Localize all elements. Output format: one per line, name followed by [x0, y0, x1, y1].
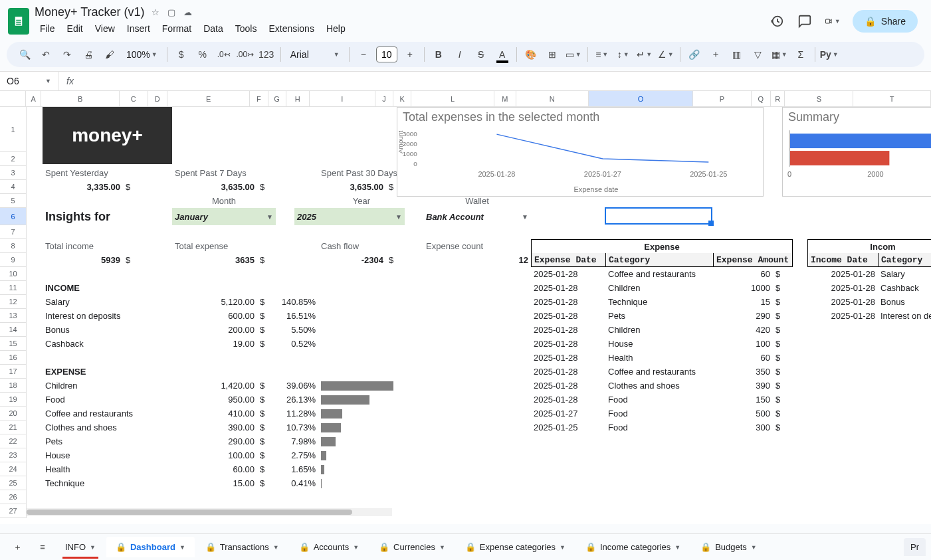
exp-amt[interactable]: 500 [713, 407, 773, 420]
expense-name[interactable]: Food [43, 393, 172, 407]
col-header-H[interactable]: H [286, 91, 310, 106]
exp-amt[interactable]: 420 [713, 323, 773, 337]
income-name[interactable]: Salary [43, 295, 172, 309]
select-all-corner[interactable] [0, 91, 26, 106]
expense-name[interactable]: Clothes and shoes [43, 420, 172, 434]
exp-cat[interactable]: Coffee and restaurants [605, 365, 713, 379]
cur[interactable]: $ [773, 351, 793, 365]
col-header-P[interactable]: P [693, 91, 752, 106]
col-header-D[interactable]: D [148, 91, 167, 106]
inc-date[interactable]: 2025-01-28 [807, 281, 878, 295]
exp-cat[interactable]: Health [605, 351, 713, 365]
percent-format-button[interactable]: % [193, 45, 213, 64]
exp-amt[interactable]: 60 [713, 267, 773, 281]
cur[interactable]: $ [773, 365, 793, 379]
income-amount[interactable]: 19.00 [172, 337, 257, 351]
cell[interactable]: $ [257, 295, 276, 309]
menu-tools[interactable]: Tools [230, 21, 262, 37]
exp-date[interactable]: 2025-01-28 [531, 351, 605, 365]
col-header-N[interactable]: N [516, 91, 589, 106]
inc-date[interactable]: 2025-01-28 [807, 309, 878, 323]
expense-amount[interactable]: 1,420.00 [172, 379, 257, 393]
exp-date[interactable]: 2025-01-28 [531, 379, 605, 393]
expenses-chart[interactable]: Total expenses in the selected month 300… [397, 107, 764, 197]
exp-date[interactable]: 2025-01-28 [531, 281, 605, 295]
exp-amt[interactable]: 1000 [713, 281, 773, 295]
increase-fontsize-button[interactable]: + [400, 45, 420, 64]
exp-date[interactable]: 2025-01-25 [531, 420, 605, 434]
exp-cat[interactable]: Children [605, 323, 713, 337]
expense-amount[interactable]: 100.00 [172, 448, 257, 462]
expense-amount[interactable]: 290.00 [172, 434, 257, 448]
comment-icon[interactable] [797, 13, 813, 29]
row-header-12[interactable]: 12 [0, 295, 27, 309]
row-header-2[interactable]: 2 [0, 152, 27, 166]
col-header-R[interactable]: R [771, 91, 785, 106]
row-header-8[interactable]: 8 [0, 239, 27, 253]
exp-amt[interactable]: 350 [713, 365, 773, 379]
col-header-G[interactable]: G [268, 91, 286, 106]
merge-button[interactable]: ▭▼ [564, 45, 583, 64]
exp-date[interactable]: 2025-01-28 [531, 323, 605, 337]
functions-button[interactable]: Σ [791, 45, 811, 64]
wrap-button[interactable]: ↵▼ [635, 45, 655, 64]
expense-name[interactable]: House [43, 448, 172, 462]
star-icon[interactable]: ☆ [152, 7, 159, 17]
col-header-S[interactable]: S [785, 91, 853, 106]
rotate-button[interactable]: ∠▼ [656, 45, 676, 64]
font-select[interactable]: Arial▼ [285, 49, 345, 60]
cell[interactable]: $ [257, 462, 276, 476]
decrease-fontsize-button[interactable]: − [354, 45, 373, 64]
menu-data[interactable]: Data [198, 21, 229, 37]
row-header-16[interactable]: 16 [0, 351, 27, 365]
expense-name[interactable]: Coffee and restaurants [43, 407, 172, 420]
exp-amt[interactable]: 60 [713, 351, 773, 365]
wallet-dropdown[interactable]: Bank Account▼ [423, 208, 531, 225]
exp-cat[interactable]: Food [605, 393, 713, 407]
cur[interactable]: $ [773, 309, 793, 323]
sheets-logo[interactable] [8, 8, 29, 35]
row-header-24[interactable]: 24 [0, 462, 27, 476]
row-header-23[interactable]: 23 [0, 448, 27, 462]
income-name[interactable]: Cashback [43, 337, 172, 351]
search-icon[interactable]: 🔍 [15, 45, 35, 64]
exp-date[interactable]: 2025-01-28 [531, 337, 605, 351]
cur[interactable]: $ [773, 407, 793, 420]
inc-cat[interactable]: Bonus [878, 295, 931, 309]
expense-pct[interactable]: 26.13% [276, 393, 318, 407]
menu-file[interactable]: File [35, 21, 60, 37]
expense-pct[interactable]: 1.65% [276, 462, 318, 476]
col-header-T[interactable]: T [853, 91, 931, 106]
row-header-26[interactable]: 26 [0, 490, 27, 504]
all-sheets-button[interactable]: ≡ [31, 537, 54, 557]
row-header-14[interactable]: 14 [0, 323, 27, 337]
cur[interactable]: $ [773, 379, 793, 393]
row-header-6[interactable]: 6 [0, 208, 27, 225]
expense-amount[interactable]: 410.00 [172, 407, 257, 420]
share-button[interactable]: 🔒 Share [853, 10, 918, 33]
cloud-icon[interactable]: ☁ [183, 7, 192, 17]
sheet-tab-budgets[interactable]: 🔒Budgets▼ [691, 537, 766, 557]
row-header-22[interactable]: 22 [0, 434, 27, 448]
text-color-button[interactable]: A [492, 45, 512, 64]
undo-icon[interactable]: ↶ [36, 45, 56, 64]
exp-cat[interactable]: Clothes and shoes [605, 379, 713, 393]
filter-button[interactable]: ▽ [748, 45, 768, 64]
italic-button[interactable]: I [450, 45, 470, 64]
year-dropdown[interactable]: 2025▼ [294, 208, 405, 225]
exp-cat[interactable]: Food [605, 420, 713, 434]
income-amount[interactable]: 200.00 [172, 323, 257, 337]
cell[interactable]: $ [257, 379, 276, 393]
income-pct[interactable]: 5.50% [276, 323, 318, 337]
exp-amt[interactable]: 390 [713, 379, 773, 393]
halign-button[interactable]: ≡▼ [592, 45, 612, 64]
cur[interactable]: $ [773, 337, 793, 351]
exp-date[interactable]: 2025-01-28 [531, 393, 605, 407]
col-header-C[interactable]: C [120, 91, 148, 106]
borders-button[interactable]: ⊞ [542, 45, 562, 64]
cell[interactable]: $ [386, 253, 405, 267]
cell[interactable]: $ [257, 420, 276, 434]
fontsize-input[interactable] [376, 47, 397, 62]
sheet-tab-currencies[interactable]: 🔒Currencies▼ [369, 537, 455, 557]
print-icon[interactable]: 🖨 [78, 45, 98, 64]
